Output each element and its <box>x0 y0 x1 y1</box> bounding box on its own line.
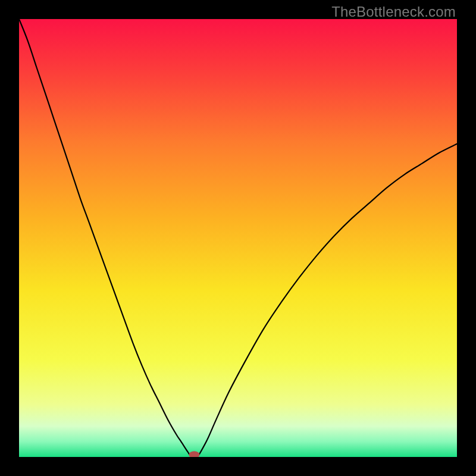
watermark-text: TheBottleneck.com <box>331 4 456 20</box>
chart-frame: TheBottleneck.com <box>0 0 476 476</box>
plot-area <box>19 19 457 457</box>
bottleneck-chart-svg <box>19 19 457 457</box>
gradient-background <box>19 19 457 457</box>
